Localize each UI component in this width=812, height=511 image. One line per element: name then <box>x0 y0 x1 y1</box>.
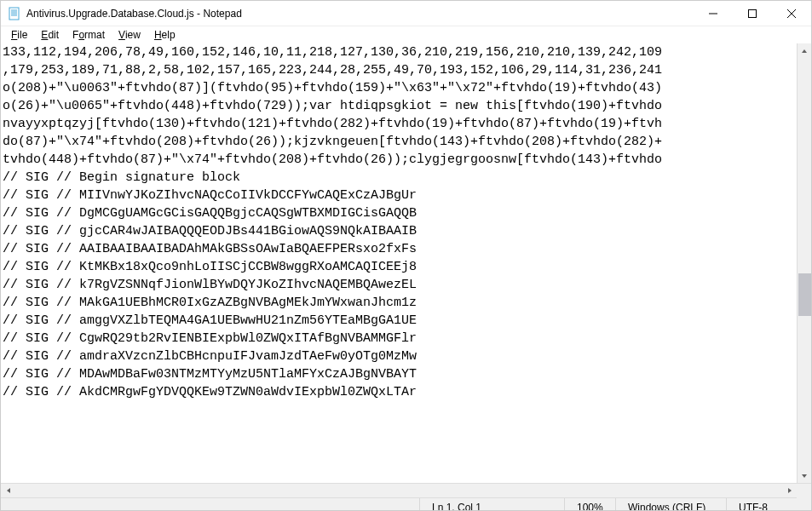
menu-help[interactable]: Help <box>147 27 182 43</box>
scroll-up-button[interactable] <box>798 43 811 58</box>
menu-view[interactable]: View <box>112 27 147 43</box>
menu-edit[interactable]: Edit <box>34 27 66 43</box>
svg-marker-12 <box>788 488 792 493</box>
scroll-left-button[interactable] <box>1 484 15 498</box>
minimize-button[interactable] <box>694 1 733 26</box>
text-editor[interactable]: 133,112,194,206,78,49,160,152,146,10,11,… <box>1 43 797 483</box>
horizontal-scrollbar-area <box>1 483 811 497</box>
status-line-ending: Windows (CRLF) <box>615 498 726 511</box>
svg-rect-6 <box>749 10 757 18</box>
maximize-button[interactable] <box>733 1 772 26</box>
window-controls <box>694 1 811 26</box>
scroll-right-button[interactable] <box>782 484 797 498</box>
status-encoding: UTF-8 <box>726 498 811 511</box>
menu-file[interactable]: File <box>4 27 34 43</box>
svg-marker-11 <box>7 488 10 493</box>
scrollbar-corner <box>797 484 811 498</box>
status-position: Ln 1, Col 1 <box>419 498 564 511</box>
window-title: Antivirus.Upgrade.Database.Cloud.js - No… <box>26 8 694 20</box>
svg-marker-10 <box>802 474 807 478</box>
svg-marker-9 <box>802 49 807 53</box>
vertical-scrollbar[interactable] <box>797 43 811 483</box>
status-zoom: 100% <box>564 498 615 511</box>
scroll-down-button[interactable] <box>798 468 811 483</box>
editor-area: 133,112,194,206,78,49,160,152,146,10,11,… <box>1 43 811 483</box>
menu-format[interactable]: Format <box>66 27 112 43</box>
close-button[interactable] <box>772 1 811 26</box>
titlebar: Antivirus.Upgrade.Database.Cloud.js - No… <box>1 1 811 26</box>
horizontal-scrollbar[interactable] <box>1 484 797 497</box>
statusbar: Ln 1, Col 1 100% Windows (CRLF) UTF-8 <box>1 497 811 511</box>
menubar: File Edit Format View Help <box>1 26 811 43</box>
scroll-thumb[interactable] <box>798 273 811 316</box>
notepad-icon <box>8 7 21 20</box>
